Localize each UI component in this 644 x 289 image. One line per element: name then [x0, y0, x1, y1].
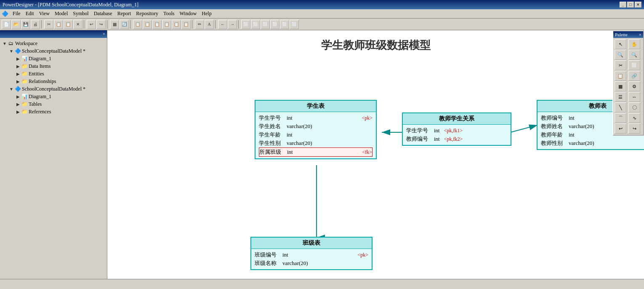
col-type: int [434, 127, 440, 134]
sep5 [192, 20, 194, 29]
tool-b3[interactable]: 📋 [133, 20, 142, 29]
table-teacher-student: 教师学生关系 学生学号 int <pk,fk1> 教师编号 int <pk,fk… [402, 112, 511, 146]
tree-label-tables: Tables [29, 101, 42, 107]
sep6 [215, 20, 217, 29]
menu-item-symbol[interactable]: Symbol [70, 10, 91, 18]
tool-zoom5[interactable]: ⬜ [280, 20, 289, 29]
tree-icon-folder: 📁 [21, 70, 28, 77]
palette-b16[interactable]: ∿ [628, 113, 640, 123]
tool-b5[interactable]: 📋 [152, 20, 162, 29]
tree-expander[interactable]: ▶ [15, 72, 21, 76]
minimize-button[interactable]: _ [620, 2, 626, 8]
palette-hand[interactable]: ✋ [628, 39, 640, 49]
palette-b5[interactable]: ✂ [615, 60, 626, 70]
menu-item-database[interactable]: Database [91, 10, 115, 18]
menu-item-edit[interactable]: Edit [23, 10, 37, 18]
palette-b18[interactable]: ↪ [628, 123, 640, 134]
tool-zoom4[interactable]: ⬜ [270, 20, 279, 29]
palette-b10[interactable]: ⚙ [628, 81, 640, 91]
palette-b8[interactable]: 🔗 [628, 71, 640, 81]
menu-item-view[interactable]: View [37, 10, 52, 18]
tree-node-relationships[interactable]: ▶📁Relationships [2, 78, 105, 85]
tool-b8[interactable]: 📋 [181, 20, 191, 29]
palette-b13[interactable]: ╲ [615, 102, 626, 112]
title-controls[interactable]: _ □ ✕ [620, 2, 641, 8]
tool-b7[interactable]: 📋 [172, 20, 181, 29]
tool-open[interactable]: 📂 [11, 20, 21, 29]
tool-b6[interactable]: 📋 [162, 20, 171, 29]
tool-b4[interactable]: 📋 [143, 20, 152, 29]
table-student-header: 学生表 [255, 101, 376, 112]
tree-expander[interactable]: ▶ [15, 102, 21, 107]
menu-item-model[interactable]: Model [52, 10, 70, 18]
tool-pencil[interactable]: ✏ [195, 20, 204, 29]
palette-b11[interactable]: ☰ [615, 92, 626, 102]
tree-node-diagram1[interactable]: ▶📊Diagram_1 [2, 55, 105, 62]
menu-item-file[interactable]: File [10, 10, 23, 18]
table-class-body: 班级编号 int <pk> 班级名称 varchar(20) [251, 249, 372, 269]
tool-zoom2[interactable]: ⬜ [251, 20, 260, 29]
tree-expander[interactable]: ▶ [15, 94, 21, 99]
tool-redo[interactable]: ↪ [96, 20, 106, 29]
close-button[interactable]: ✕ [635, 2, 641, 8]
tool-b1[interactable]: ▦ [110, 20, 119, 29]
tree-expander[interactable]: ▶ [15, 56, 21, 61]
tool-b2[interactable]: 🔄 [120, 20, 129, 29]
tree-expander[interactable]: ▼ [8, 87, 14, 91]
tool-paste[interactable]: 📋 [64, 20, 73, 29]
tree-node-entities[interactable]: ▶📁Entities [2, 70, 105, 78]
menu-bar: 🔷 FileEditViewModelSymbolDatabaseReportR… [0, 9, 644, 19]
palette-b12[interactable]: ↔ [628, 92, 640, 102]
tree-expander[interactable]: ▼ [8, 49, 14, 54]
tool-new[interactable]: 📄 [2, 20, 11, 29]
col-tag: <pk,fk2> [444, 136, 463, 142]
palette-close-button[interactable]: × [639, 32, 641, 37]
palette-zoomout[interactable]: 🔍 [615, 50, 626, 60]
palette-label: Palette [615, 32, 628, 37]
palette-b17[interactable]: ↩ [615, 123, 626, 134]
tree-node-tables[interactable]: ▶📁Tables [2, 100, 105, 108]
menu-item-window[interactable]: Window [177, 10, 199, 18]
tool-zoom3[interactable]: ⬜ [261, 20, 270, 29]
tree-node-diagram2[interactable]: ▶📊Diagram_1 [2, 93, 105, 100]
tool-save[interactable]: 💾 [21, 20, 30, 29]
palette-b7[interactable]: 📋 [615, 71, 626, 81]
tool-delete[interactable]: ✕ [73, 20, 82, 29]
tree-node-model2[interactable]: ▼🔷SchoolConceptualDataModel * [2, 85, 105, 93]
tree-expander[interactable]: ▼ [2, 41, 8, 46]
menu-item-repository[interactable]: Repository [133, 10, 161, 18]
col-type: int [282, 252, 288, 258]
palette-b15[interactable]: ⌒ [615, 113, 626, 123]
tree-expander[interactable]: ▶ [15, 110, 21, 114]
tree-expander[interactable]: ▶ [15, 79, 21, 84]
tool-zoom1[interactable]: ⬜ [241, 20, 250, 29]
side-panel-title: × [0, 30, 107, 38]
tree-node-references[interactable]: ▶📁References [2, 108, 105, 115]
palette-zoomin[interactable]: 🔍 [628, 50, 640, 60]
tree-node-model1[interactable]: ▼🔷SchoolConceptualDataModel * [2, 47, 105, 55]
tool-undo[interactable]: ↩ [87, 20, 96, 29]
tool-zoom6[interactable]: ⬜ [290, 20, 299, 29]
palette-b14[interactable]: 〇 [628, 102, 640, 112]
menu-item-help[interactable]: Help [199, 10, 214, 18]
col-type: varchar(20) [287, 123, 312, 130]
tree-node-dataitems[interactable]: ▶📁Data Items [2, 62, 105, 70]
table-student: 学生表 学生学号 int <pk> 学生姓名 varchar(20) 学生年龄 … [255, 100, 377, 159]
menu-item-tools[interactable]: Tools [161, 10, 177, 18]
menu-item-report[interactable]: Report [115, 10, 134, 18]
tool-arrow1[interactable]: ← [218, 20, 227, 29]
tool-text[interactable]: A [205, 20, 214, 29]
tool-copy[interactable]: 📋 [54, 20, 63, 29]
tree-node-workspace[interactable]: ▼🗂Workspace [2, 40, 105, 47]
tree-label-dataitems: Data Items [29, 63, 51, 70]
tool-cut[interactable]: ✂ [44, 20, 53, 29]
palette-b6[interactable]: ⬜ [628, 60, 640, 70]
tree-expander[interactable]: ▶ [15, 64, 21, 69]
side-close-button[interactable]: × [103, 31, 105, 36]
tool-print[interactable]: 🖨 [31, 20, 40, 29]
maximize-button[interactable]: □ [627, 2, 634, 8]
col-name: 教师编号 [541, 114, 566, 122]
tool-arrow2[interactable]: → [228, 20, 237, 29]
palette-pointer[interactable]: ↖ [615, 39, 626, 49]
palette-b9[interactable]: ▦ [615, 81, 626, 91]
